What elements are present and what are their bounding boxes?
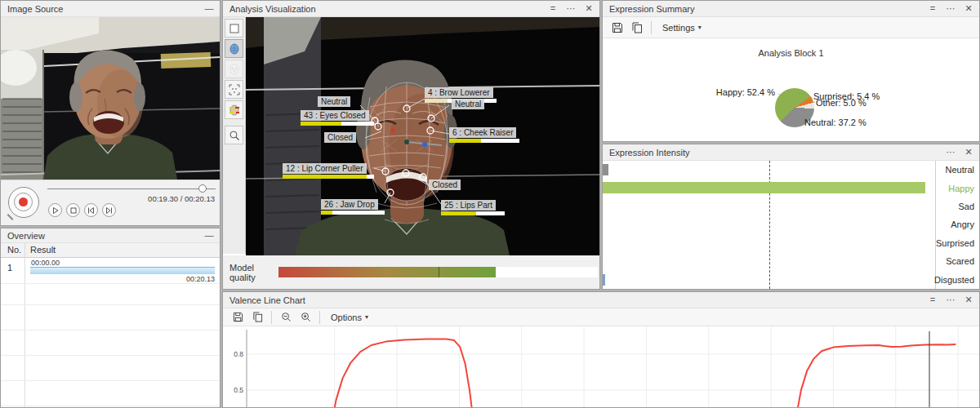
overview-panel: Overview — No. Result 1 00:00.00 00:20.1…	[0, 228, 220, 408]
emotion-label-happy: Happy	[936, 179, 979, 197]
chevron-down-icon[interactable]: ▾	[365, 313, 375, 321]
step-back-button[interactable]	[84, 203, 98, 217]
intensity-bar	[603, 274, 605, 286]
summary-content: Analysis Block 1 Happy: 52.4 % Surprised…	[603, 38, 979, 141]
landmarks-view-button[interactable]	[225, 80, 243, 99]
minimize-icon[interactable]: —	[200, 228, 218, 243]
panel-title: Analysis Visualization	[229, 4, 544, 14]
close-icon[interactable]: ✕	[960, 292, 978, 308]
analysis-progress-bar	[30, 267, 215, 274]
au-intensity-bar	[321, 211, 332, 215]
more-options-icon[interactable]: ⋯	[942, 144, 960, 160]
analysis-video	[246, 17, 599, 255]
au-intensity-bar	[301, 122, 341, 126]
panel-title: Image Source	[7, 4, 200, 14]
close-icon[interactable]: ✕	[960, 1, 978, 16]
step-forward-icon	[105, 207, 113, 214]
intensity-row-disgusted	[603, 271, 935, 289]
intensity-row-surprised	[603, 234, 935, 252]
analysis-viz-titlebar: Analysis Visualization = ⋯ ✕	[223, 1, 599, 17]
model-quality-bar	[278, 267, 598, 277]
stop-button[interactable]	[66, 203, 80, 217]
expression-intensity-panel: Expression Intensity ⋯ ✕ Neutral Happy S…	[602, 144, 980, 290]
panel-title: Expression Intensity	[609, 148, 942, 157]
au-label-jaw-drop: 26 : Jaw Drop	[321, 199, 378, 210]
emotion-label-disgusted: Disgusted	[936, 271, 979, 289]
panel-menu-icon[interactable]: =	[924, 292, 942, 308]
intensity-row-scared	[603, 252, 935, 270]
options-menu[interactable]: Options	[324, 313, 365, 322]
valence-chart-svg	[223, 326, 979, 408]
expression-intensity-titlebar: Expression Intensity ⋯ ✕	[603, 144, 979, 161]
frame-icon	[229, 23, 240, 34]
analysis-scene-art	[246, 17, 599, 255]
image-source-titlebar: Image Source —	[1, 1, 220, 17]
step-forward-button[interactable]	[102, 203, 116, 217]
au-intensity-bar	[449, 139, 481, 143]
timeline-slider-handle[interactable]	[198, 184, 207, 193]
au-label-brow-lowerer: 4 : Brow Lowerer	[425, 87, 493, 98]
copy-button[interactable]	[247, 309, 267, 326]
model-quality-strip: Model quality	[223, 255, 599, 289]
blue-marker-dot	[422, 142, 427, 147]
minimize-icon[interactable]: —	[200, 1, 218, 16]
panel-title: Expression Summary	[609, 4, 924, 14]
expression-summary-titlebar: Expression Summary = ⋯ ✕	[603, 1, 979, 17]
more-options-icon[interactable]: ⋯	[562, 1, 580, 16]
au-intensity-view-button[interactable]	[225, 100, 243, 119]
column-result[interactable]: Result	[30, 245, 56, 255]
au-label-eyes-closed: 43 : Eyes Closed	[301, 110, 369, 121]
intensity-labels: Neutral Happy Sad Angry Surprised Scared…	[936, 161, 979, 289]
au-intensity-bar	[283, 175, 367, 179]
au-label-closed-right: Closed	[429, 180, 461, 190]
playback-controls: 00:19.30 / 00:20.13	[1, 180, 220, 226]
save-button[interactable]	[608, 20, 627, 36]
emotion-label-angry: Angry	[936, 215, 979, 233]
panel-menu-icon[interactable]: =	[924, 1, 942, 16]
au-label-neutral-left: Neutral	[318, 96, 350, 107]
au-label-cheek-raiser: 6 : Cheek Raiser	[449, 127, 516, 138]
record-button[interactable]	[8, 187, 39, 218]
zoom-tool-button[interactable]	[225, 126, 243, 144]
zoom-in-button[interactable]	[296, 309, 315, 326]
webcam-video	[1, 17, 220, 180]
chevron-down-icon[interactable]: ▾	[698, 24, 708, 31]
au-intensity-bar	[441, 211, 476, 215]
model-quality-threshold-tick	[439, 267, 439, 277]
column-no[interactable]: No.	[7, 245, 21, 255]
play-button[interactable]	[48, 203, 62, 217]
table-header: No. Result	[1, 243, 220, 258]
valence-chart-area: 0.8 0.5	[223, 326, 979, 408]
dots-model-view-button[interactable]	[225, 60, 243, 78]
summary-toolbar: Settings ▾	[603, 17, 979, 38]
intensity-row-sad	[603, 197, 935, 215]
emotion-label-sad: Sad	[936, 197, 979, 215]
zoom-out-button[interactable]	[276, 309, 296, 326]
timeline-slider[interactable]	[47, 188, 216, 189]
texture-model-view-button[interactable]	[225, 39, 243, 58]
emotion-label-neutral: Neutral	[936, 161, 979, 179]
column-separator	[24, 243, 25, 407]
more-options-icon[interactable]: ⋯	[942, 292, 960, 308]
more-options-icon[interactable]: ⋯	[942, 1, 960, 16]
zoom-out-icon	[281, 312, 292, 322]
pie-label-happy: Happy: 52.4 %	[716, 87, 775, 97]
valence-titlebar: Valence Line Chart = ⋯ ✕	[223, 292, 979, 308]
close-icon[interactable]: ✕	[960, 144, 978, 160]
intensity-row-angry	[603, 215, 935, 233]
webcam-scene-art	[1, 17, 220, 180]
copy-button[interactable]	[627, 20, 647, 36]
play-icon	[52, 207, 59, 214]
save-button[interactable]	[228, 309, 247, 326]
settings-menu[interactable]: Settings	[656, 23, 698, 33]
stop-icon	[70, 207, 77, 214]
close-icon[interactable]: ✕	[580, 1, 598, 16]
intensity-row-neutral	[603, 161, 935, 179]
overview-titlebar: Overview —	[1, 228, 220, 243]
zoom-in-icon	[301, 312, 311, 322]
au-label-neutral-right: Neutral	[452, 99, 484, 109]
frame-view-button[interactable]	[225, 19, 243, 38]
panel-menu-icon[interactable]: =	[544, 1, 562, 16]
row-start-time: 00:00.00	[31, 259, 60, 267]
row-number: 1	[7, 263, 12, 273]
